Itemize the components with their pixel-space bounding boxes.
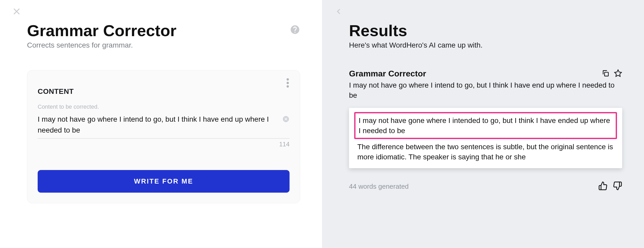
content-hint: Content to be corrected. xyxy=(38,103,290,110)
results-pane: Results Here's what WordHero's AI came u… xyxy=(322,0,644,248)
result-title-row: Grammar Corrector xyxy=(349,69,622,79)
result-actions xyxy=(601,69,622,79)
copy-icon[interactable] xyxy=(601,69,610,79)
result-footer: 44 words generated xyxy=(349,181,622,192)
svg-point-0 xyxy=(287,78,289,81)
page-header: Grammar Corrector Corrects sentences for… xyxy=(11,22,311,49)
input-pane: Grammar Corrector Corrects sentences for… xyxy=(0,0,322,248)
thumbs-up-icon[interactable] xyxy=(598,181,608,192)
vote-icons xyxy=(598,181,622,192)
close-icon[interactable] xyxy=(11,6,22,17)
textarea-wrap: I may not have go where I intend to go, … xyxy=(38,114,290,136)
results-header: Results Here's what WordHero's AI came u… xyxy=(333,22,633,49)
explanation-text: The difference between the two sentences… xyxy=(354,142,617,162)
write-for-me-button[interactable]: WRITE FOR ME xyxy=(38,170,290,193)
content-label: CONTENT xyxy=(38,87,290,96)
content-input[interactable]: I may not have go where I intend to go, … xyxy=(38,114,290,136)
words-generated-label: 44 words generated xyxy=(349,182,409,191)
back-icon[interactable] xyxy=(333,6,344,17)
clear-input-icon[interactable] xyxy=(282,115,290,124)
result-tool-title: Grammar Corrector xyxy=(349,69,426,79)
star-icon[interactable] xyxy=(614,69,622,79)
thumbs-down-icon[interactable] xyxy=(613,181,622,192)
page-title: Grammar Corrector xyxy=(27,22,176,40)
corrected-text: I may not have gone where I intended to … xyxy=(359,115,613,136)
results-title: Results xyxy=(349,22,633,40)
svg-point-1 xyxy=(287,82,289,84)
result-block: Grammar Corrector I may not have go wher… xyxy=(333,69,633,192)
header-text: Grammar Corrector Corrects sentences for… xyxy=(27,22,176,49)
more-icon[interactable] xyxy=(286,78,289,89)
help-icon[interactable] xyxy=(290,22,311,36)
result-original-text: I may not have go where I intend to go, … xyxy=(349,80,622,100)
result-card: I may not have gone where I intended to … xyxy=(349,108,622,168)
page-subtitle: Corrects sentences for grammar. xyxy=(27,41,176,49)
svg-rect-3 xyxy=(605,72,608,76)
char-count: 114 xyxy=(38,141,290,148)
content-card: CONTENT Content to be corrected. I may n… xyxy=(27,70,300,203)
results-subtitle: Here's what WordHero's AI came up with. xyxy=(349,41,633,49)
svg-point-2 xyxy=(287,85,289,88)
svg-marker-4 xyxy=(615,70,622,76)
corrected-highlight-box: I may not have gone where I intended to … xyxy=(354,112,617,139)
input-underline xyxy=(38,138,290,139)
